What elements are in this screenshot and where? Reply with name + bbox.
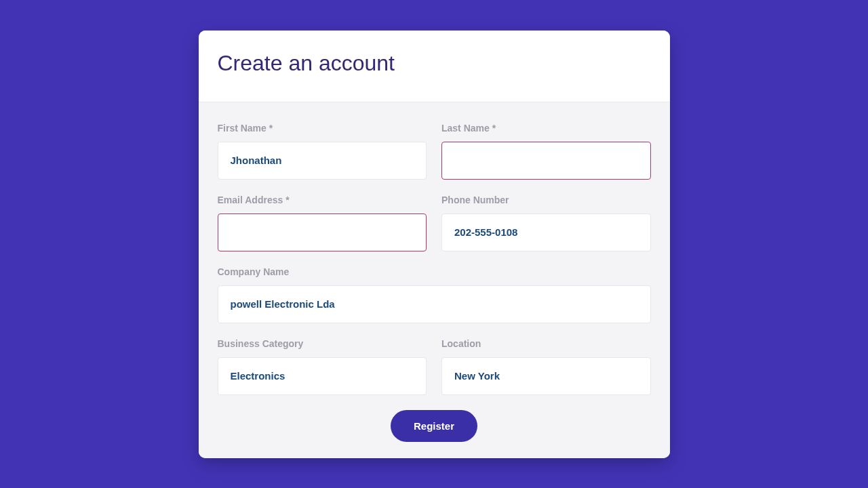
location-label: Location: [441, 338, 651, 349]
first-name-input[interactable]: [218, 142, 427, 180]
last-name-label: Last Name *: [441, 123, 651, 134]
email-label: Email Address *: [218, 195, 427, 205]
email-input[interactable]: [218, 214, 427, 251]
location-select[interactable]: [441, 357, 651, 395]
first-name-label: First Name *: [218, 123, 427, 134]
card-body: First Name * Last Name * Email Address *…: [199, 102, 670, 458]
page-title: Create an account: [218, 51, 651, 76]
category-label: Business Category: [218, 338, 427, 349]
register-button[interactable]: Register: [391, 410, 477, 442]
register-card: Create an account First Name * Last Name…: [199, 30, 670, 458]
phone-label: Phone Number: [441, 195, 651, 205]
last-name-input[interactable]: [441, 142, 651, 180]
company-input[interactable]: [218, 285, 651, 323]
business-category-select[interactable]: [218, 357, 427, 395]
phone-input[interactable]: [441, 214, 651, 251]
company-label: Company Name: [218, 266, 651, 277]
card-header: Create an account: [199, 30, 670, 102]
